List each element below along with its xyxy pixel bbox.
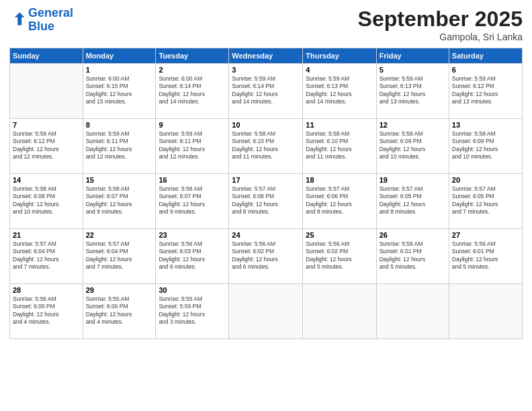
day-info: Sunrise: 5:55 AM Sunset: 5:59 PM Dayligh… (159, 295, 226, 326)
logo-text-line2: Blue (28, 20, 73, 34)
header-monday: Monday (83, 48, 156, 64)
calendar-cell-3-2: 15Sunrise: 5:58 AM Sunset: 6:07 PM Dayli… (83, 174, 156, 229)
calendar-cell-2-7: 13Sunrise: 5:58 AM Sunset: 6:09 PM Dayli… (449, 119, 522, 174)
day-info: Sunrise: 5:57 AM Sunset: 6:06 PM Dayligh… (306, 185, 373, 216)
day-number: 26 (380, 231, 446, 239)
day-number: 16 (159, 176, 226, 184)
day-number: 6 (452, 66, 519, 74)
calendar-cell-2-2: 8Sunrise: 5:59 AM Sunset: 6:11 PM Daylig… (83, 119, 156, 174)
day-number: 28 (13, 286, 80, 294)
day-number: 20 (452, 176, 519, 184)
calendar-cell-1-1 (10, 64, 83, 119)
calendar-cell-4-5: 25Sunrise: 5:56 AM Sunset: 6:02 PM Dayli… (303, 229, 376, 284)
svg-marker-0 (15, 12, 25, 25)
calendar-cell-5-7 (449, 284, 522, 339)
day-info: Sunrise: 5:57 AM Sunset: 6:06 PM Dayligh… (232, 185, 300, 216)
calendar-week-4: 21Sunrise: 5:57 AM Sunset: 6:04 PM Dayli… (10, 229, 523, 284)
calendar-cell-1-4: 3Sunrise: 5:59 AM Sunset: 6:14 PM Daylig… (229, 64, 303, 119)
day-info: Sunrise: 5:58 AM Sunset: 6:09 PM Dayligh… (380, 130, 446, 161)
calendar-cell-4-4: 24Sunrise: 5:56 AM Sunset: 6:02 PM Dayli… (229, 229, 303, 284)
location-subtitle: Gampola, Sri Lanka (358, 32, 523, 42)
day-info: Sunrise: 5:56 AM Sunset: 6:00 PM Dayligh… (13, 295, 80, 326)
day-info: Sunrise: 6:00 AM Sunset: 6:15 PM Dayligh… (86, 75, 153, 106)
day-info: Sunrise: 6:00 AM Sunset: 6:14 PM Dayligh… (159, 75, 226, 106)
title-section: September 2025 Gampola, Sri Lanka (358, 7, 523, 42)
day-info: Sunrise: 5:58 AM Sunset: 6:07 PM Dayligh… (86, 185, 153, 216)
logo-icon (11, 11, 26, 26)
day-number: 4 (306, 66, 373, 74)
header-friday: Friday (376, 48, 449, 64)
day-number: 21 (13, 231, 80, 239)
day-number: 15 (86, 176, 153, 184)
day-number: 12 (380, 121, 446, 129)
day-number: 9 (159, 121, 226, 129)
calendar-cell-4-6: 26Sunrise: 5:56 AM Sunset: 6:01 PM Dayli… (376, 229, 449, 284)
page: General Blue September 2025 Gampola, Sri… (0, 0, 532, 411)
calendar-week-3: 14Sunrise: 5:58 AM Sunset: 6:08 PM Dayli… (10, 174, 523, 229)
day-info: Sunrise: 5:59 AM Sunset: 6:12 PM Dayligh… (13, 130, 80, 161)
calendar-cell-5-4 (229, 284, 303, 339)
day-number: 14 (13, 176, 80, 184)
day-number: 19 (380, 176, 446, 184)
calendar-week-2: 7Sunrise: 5:59 AM Sunset: 6:12 PM Daylig… (10, 119, 523, 174)
day-info: Sunrise: 5:56 AM Sunset: 6:02 PM Dayligh… (306, 240, 373, 271)
day-number: 13 (452, 121, 519, 129)
day-info: Sunrise: 5:57 AM Sunset: 6:05 PM Dayligh… (380, 185, 446, 216)
day-info: Sunrise: 5:59 AM Sunset: 6:13 PM Dayligh… (306, 75, 373, 106)
day-number: 23 (159, 231, 226, 239)
day-info: Sunrise: 5:58 AM Sunset: 6:09 PM Dayligh… (452, 130, 519, 161)
day-info: Sunrise: 5:55 AM Sunset: 6:00 PM Dayligh… (86, 295, 153, 326)
calendar-cell-4-3: 23Sunrise: 5:56 AM Sunset: 6:03 PM Dayli… (156, 229, 229, 284)
calendar-cell-4-7: 27Sunrise: 5:56 AM Sunset: 6:01 PM Dayli… (449, 229, 522, 284)
calendar-cell-2-6: 12Sunrise: 5:58 AM Sunset: 6:09 PM Dayli… (376, 119, 449, 174)
logo: General Blue (9, 7, 73, 34)
calendar-cell-5-6 (376, 284, 449, 339)
calendar-cell-1-3: 2Sunrise: 6:00 AM Sunset: 6:14 PM Daylig… (156, 64, 229, 119)
calendar-cell-3-1: 14Sunrise: 5:58 AM Sunset: 6:08 PM Dayli… (10, 174, 83, 229)
day-number: 10 (232, 121, 300, 129)
header-thursday: Thursday (303, 48, 376, 64)
logo-text-line1: General (28, 7, 73, 20)
day-info: Sunrise: 5:56 AM Sunset: 6:01 PM Dayligh… (452, 240, 519, 271)
day-info: Sunrise: 5:58 AM Sunset: 6:07 PM Dayligh… (159, 185, 226, 216)
calendar-week-1: 1Sunrise: 6:00 AM Sunset: 6:15 PM Daylig… (10, 64, 523, 119)
day-number: 25 (306, 231, 373, 239)
day-info: Sunrise: 5:59 AM Sunset: 6:14 PM Dayligh… (232, 75, 300, 106)
calendar-cell-2-5: 11Sunrise: 5:58 AM Sunset: 6:10 PM Dayli… (303, 119, 376, 174)
calendar-cell-5-1: 28Sunrise: 5:56 AM Sunset: 6:00 PM Dayli… (10, 284, 83, 339)
day-number: 2 (159, 66, 226, 74)
day-info: Sunrise: 5:57 AM Sunset: 6:04 PM Dayligh… (13, 240, 80, 271)
day-number: 24 (232, 231, 300, 239)
calendar-cell-3-4: 17Sunrise: 5:57 AM Sunset: 6:06 PM Dayli… (229, 174, 303, 229)
day-info: Sunrise: 5:57 AM Sunset: 6:05 PM Dayligh… (452, 185, 519, 216)
day-number: 5 (380, 66, 446, 74)
calendar-cell-5-2: 29Sunrise: 5:55 AM Sunset: 6:00 PM Dayli… (83, 284, 156, 339)
calendar-cell-5-3: 30Sunrise: 5:55 AM Sunset: 5:59 PM Dayli… (156, 284, 229, 339)
month-title: September 2025 (358, 7, 523, 32)
header: General Blue September 2025 Gampola, Sri… (9, 7, 523, 42)
day-number: 22 (86, 231, 153, 239)
calendar-cell-1-5: 4Sunrise: 5:59 AM Sunset: 6:13 PM Daylig… (303, 64, 376, 119)
day-info: Sunrise: 5:57 AM Sunset: 6:04 PM Dayligh… (86, 240, 153, 271)
calendar-header-row: Sunday Monday Tuesday Wednesday Thursday… (10, 48, 523, 64)
calendar-cell-1-6: 5Sunrise: 5:59 AM Sunset: 6:13 PM Daylig… (376, 64, 449, 119)
header-saturday: Saturday (449, 48, 522, 64)
calendar-cell-3-6: 19Sunrise: 5:57 AM Sunset: 6:05 PM Dayli… (376, 174, 449, 229)
day-number: 7 (13, 121, 80, 129)
day-info: Sunrise: 5:56 AM Sunset: 6:01 PM Dayligh… (380, 240, 446, 271)
day-number: 1 (86, 66, 153, 74)
calendar-week-5: 28Sunrise: 5:56 AM Sunset: 6:00 PM Dayli… (10, 284, 523, 339)
calendar: Sunday Monday Tuesday Wednesday Thursday… (9, 48, 523, 339)
day-info: Sunrise: 5:58 AM Sunset: 6:10 PM Dayligh… (306, 130, 373, 161)
day-info: Sunrise: 5:59 AM Sunset: 6:12 PM Dayligh… (452, 75, 519, 106)
header-wednesday: Wednesday (229, 48, 303, 64)
day-number: 8 (86, 121, 153, 129)
calendar-cell-1-2: 1Sunrise: 6:00 AM Sunset: 6:15 PM Daylig… (83, 64, 156, 119)
calendar-cell-3-7: 20Sunrise: 5:57 AM Sunset: 6:05 PM Dayli… (449, 174, 522, 229)
calendar-cell-5-5 (303, 284, 376, 339)
calendar-cell-2-4: 10Sunrise: 5:58 AM Sunset: 6:10 PM Dayli… (229, 119, 303, 174)
day-info: Sunrise: 5:58 AM Sunset: 6:08 PM Dayligh… (13, 185, 80, 216)
day-info: Sunrise: 5:56 AM Sunset: 6:02 PM Dayligh… (232, 240, 300, 271)
day-info: Sunrise: 5:56 AM Sunset: 6:03 PM Dayligh… (159, 240, 226, 271)
day-info: Sunrise: 5:59 AM Sunset: 6:11 PM Dayligh… (159, 130, 226, 161)
